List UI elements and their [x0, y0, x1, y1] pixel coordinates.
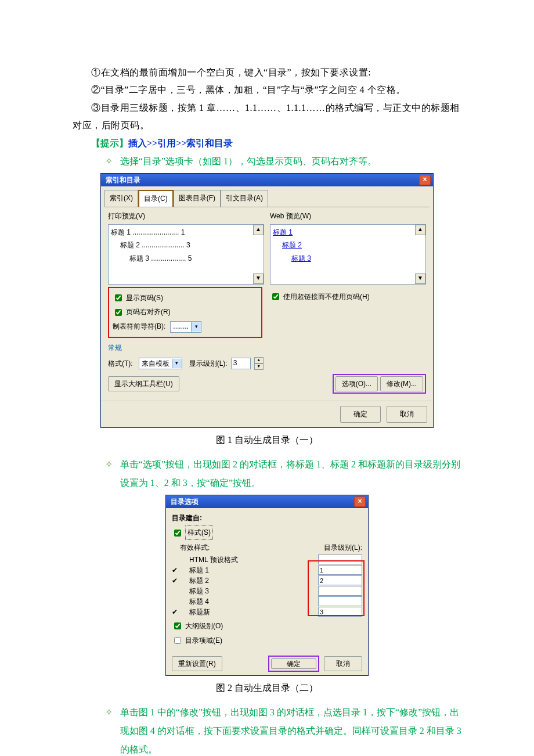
show-outline-button[interactable]: 显示大纲工具栏(U) [108, 376, 179, 392]
diamond-icon: ✧ [105, 152, 113, 171]
levels-label: 显示级别(L): [189, 357, 228, 370]
chevron-down-icon[interactable]: ▾ [191, 322, 201, 332]
options-modify-highlight: 选项(O)... 修改(M)... [333, 374, 426, 394]
print-preview: 标题 1 ........................ 1 标题 2 ...… [108, 224, 264, 285]
hyperlink-label: 使用超链接而不使用页码(H) [283, 290, 370, 304]
tab-index[interactable]: 索引(X) [104, 190, 138, 207]
scroll-up-icon[interactable]: ▲ [253, 225, 264, 235]
show-pagenum-label: 显示页码(S) [126, 291, 163, 305]
diamond-icon: ✧ [105, 455, 113, 492]
ok-button[interactable]: 确定 [271, 658, 316, 669]
web-link-h3[interactable]: 标题 3 [291, 254, 311, 262]
outline-level-label: 大纲级别(O) [185, 620, 223, 633]
checkbox-toc-fields[interactable] [174, 637, 181, 644]
bullet-1: ✧ 选择“目录”选项卡（如图 1），勾选显示页码、页码右对齐等。 [105, 152, 461, 171]
dialog-index-toc: 索引和目录 × 索引(X) 目录(C) 图表目录(F) 引文目录(A) 打印预览… [100, 173, 434, 428]
chevron-down-icon[interactable]: ▾ [172, 359, 182, 368]
diamond-icon: ✧ [105, 703, 113, 756]
checkbox-show-pagenum[interactable] [115, 294, 122, 301]
cancel-button[interactable]: 取消 [387, 406, 427, 423]
dialog-toc-options: 目录选项 × 目录建自: 样式(S) 有效样式: 目录级别(L): HTML 预… [165, 495, 369, 676]
leader-label: 制表符前导符(B): [113, 320, 165, 333]
valid-styles-label: 有效样式: [180, 541, 324, 555]
bullet-3: ✧ 单击图 1 中的“修改”按钮，出现如图 3 的对话框，点选目录 1，按下“修… [105, 703, 461, 756]
bullet-2: ✧ 单击“选项”按钮，出现如图 2 的对话框，将标题 1、标题 2 和标题新的目… [105, 455, 461, 492]
general-label: 常规 [108, 341, 426, 355]
format-label: 格式(T): [108, 357, 133, 370]
web-preview-label: Web 预览(W) [270, 210, 426, 223]
checkbox-right-align[interactable] [115, 309, 122, 316]
web-preview: 标题 1 标题 2 标题 3 ▲ ▼ [270, 224, 426, 285]
leader-combo[interactable]: ........▾ [170, 321, 201, 333]
scroll-up-icon[interactable]: ▲ [415, 225, 425, 235]
para-3: ③目录用三级标题，按第 1 章……、1.1……、1.1.1……的格式编写，与正文… [73, 99, 461, 135]
cancel-button[interactable]: 取消 [324, 656, 362, 672]
dialog1-title: 索引和目录 [106, 174, 140, 186]
scroll-down-icon[interactable]: ▼ [415, 273, 425, 284]
para-2: ②“目录”二字居中，三号，黑体，加粗，“目”字与“录”字之间空 4 个空格。 [73, 81, 461, 99]
check-icon: ✔ [172, 574, 180, 588]
tab-toc[interactable]: 目录(C) [138, 190, 174, 207]
web-link-h1[interactable]: 标题 1 [273, 228, 293, 236]
figure-2-caption: 图 2 自动生成目录（二） [73, 679, 461, 697]
dialog1-tabs: 索引(X) 目录(C) 图表目录(F) 引文目录(A) [101, 186, 433, 207]
reset-button[interactable]: 重新设置(R) [172, 656, 222, 672]
levels-col-label: 目录级别(L): [324, 541, 362, 555]
format-combo[interactable]: 来自模板▾ [139, 358, 182, 369]
ok-highlight: 确定 [268, 656, 319, 672]
check-icon: ✔ [172, 606, 180, 619]
pagenum-options-highlight: 显示页码(S) 页码右对齐(R) 制表符前导符(B): ........▾ [108, 287, 262, 338]
style-new: 标题新 [180, 606, 318, 619]
options-button[interactable]: 选项(O)... [335, 376, 378, 392]
levels-spinner[interactable]: 3 [231, 358, 251, 369]
modify-button[interactable]: 修改(M)... [380, 376, 423, 392]
tab-citation[interactable]: 引文目录(A) [221, 190, 268, 207]
toc-fields-label: 目录项域(E) [185, 634, 222, 647]
checkbox-outline-level[interactable] [174, 622, 181, 629]
checkbox-styles[interactable] [174, 530, 181, 537]
print-preview-label: 打印预览(V) [108, 210, 264, 223]
close-icon[interactable]: × [419, 175, 431, 185]
dialog2-title: 目录选项 [171, 495, 199, 508]
dialog1-titlebar: 索引和目录 × [101, 174, 433, 186]
para-1: ①在文档的最前面增加一个空白页，键入“目录”，按如下要求设置: [73, 64, 461, 81]
scroll-down-icon[interactable]: ▼ [253, 273, 264, 284]
tab-figure[interactable]: 图表目录(F) [174, 190, 221, 207]
styles-label: 样式(S) [185, 525, 213, 540]
web-link-h2[interactable]: 标题 2 [282, 241, 302, 249]
dialog2-titlebar: 目录选项 × [166, 495, 368, 508]
build-from-label: 目录建自: [172, 512, 362, 525]
close-icon[interactable]: × [354, 496, 366, 507]
levels-highlight [308, 560, 365, 616]
tip-line: 【提示】插入>>引用>>索引和目录 [73, 135, 461, 152]
figure-1-caption: 图 1 自动生成目录（一） [73, 431, 461, 449]
ok-button[interactable]: 确定 [340, 406, 381, 423]
right-align-label: 页码右对齐(R) [126, 305, 171, 319]
spinner-buttons[interactable]: ▲▼ [254, 357, 264, 370]
checkbox-hyperlink[interactable] [272, 293, 279, 300]
